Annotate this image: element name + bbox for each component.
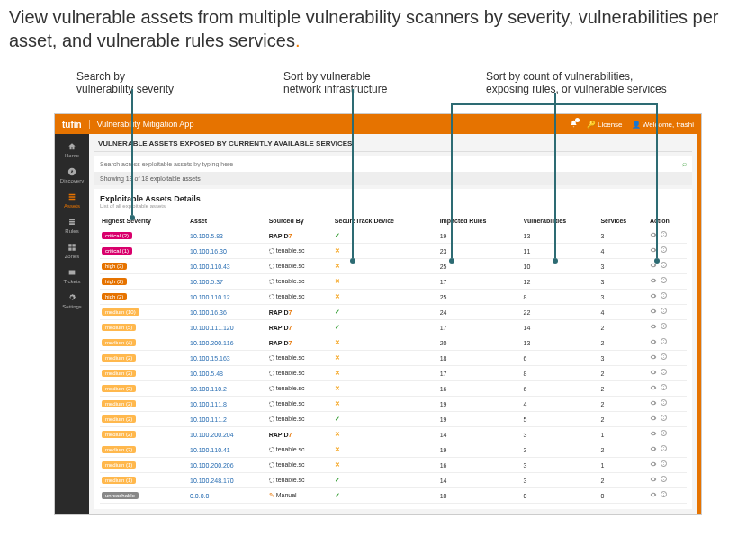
asset-link[interactable]: 10.100.111.120 <box>190 325 234 331</box>
services-value: 4 <box>598 244 648 259</box>
action-icon[interactable]: ⋮ <box>661 292 667 299</box>
table-row: medium (2)10.100.110.2tenable.sc✕1662⋮ <box>100 381 687 397</box>
col-rules[interactable]: Impacted Rules <box>438 214 522 228</box>
view-icon[interactable] <box>650 246 657 255</box>
asset-link[interactable]: 10.100.200.204 <box>190 432 234 438</box>
search-input[interactable] <box>100 161 679 167</box>
asset-link[interactable]: 10.100.110.2 <box>190 386 227 392</box>
asset-link[interactable]: 10.100.5.48 <box>190 371 223 377</box>
table-row: medium (5)10.100.111.120RAPID7✓17142⋮ <box>100 320 687 335</box>
topbar: tufin Vulnerability Mitigation App 🔑 Lic… <box>55 114 701 134</box>
action-icon[interactable]: ⋮ <box>661 369 667 375</box>
action-icon[interactable]: ⋮ <box>661 246 667 253</box>
col-services[interactable]: Services <box>598 214 648 228</box>
impacted-rules-value: 25 <box>438 290 522 305</box>
source-manual: ✎Manual <box>269 492 297 498</box>
sidebar-item-discovery[interactable]: Discovery <box>55 163 89 188</box>
asset-link[interactable]: 10.100.16.36 <box>190 309 227 316</box>
action-icon[interactable]: ⋮ <box>661 231 667 237</box>
view-icon[interactable] <box>650 262 657 271</box>
device-check-icon: ✓ <box>335 308 340 315</box>
col-source[interactable]: Sourced By <box>267 214 333 228</box>
asset-link[interactable]: 10.100.248.170 <box>190 478 234 484</box>
welcome-user[interactable]: 👤 Welcome, trashi <box>632 121 694 129</box>
col-vulns[interactable]: Vulnerabilities <box>522 214 599 228</box>
action-icon[interactable]: ⋮ <box>661 460 667 467</box>
view-icon[interactable] <box>650 445 657 454</box>
action-icon[interactable]: ⋮ <box>661 308 667 314</box>
view-icon[interactable] <box>650 323 657 332</box>
action-icon[interactable]: ⋮ <box>661 353 667 360</box>
license-link[interactable]: 🔑 License <box>587 121 623 129</box>
search-icon[interactable]: ⌕ <box>682 159 687 168</box>
notifications-icon[interactable] <box>570 120 578 130</box>
asset-link[interactable]: 10.100.200.206 <box>190 462 234 469</box>
view-icon[interactable] <box>650 369 657 378</box>
vulnerabilities-value: 3 <box>522 427 599 442</box>
view-icon[interactable] <box>650 491 657 500</box>
impacted-rules-value: 23 <box>438 244 522 259</box>
sidebar-item-assets[interactable]: Assets <box>55 188 89 213</box>
view-icon[interactable] <box>650 292 657 301</box>
sidebar-item-zones[interactable]: Zones <box>55 238 89 264</box>
view-icon[interactable] <box>650 430 657 439</box>
severity-badge: high (2) <box>102 278 127 285</box>
action-icon[interactable]: ⋮ <box>661 277 667 283</box>
action-icon[interactable]: ⋮ <box>661 430 667 436</box>
view-icon[interactable] <box>650 415 657 424</box>
asset-link[interactable]: 10.100.200.116 <box>190 340 234 346</box>
action-icon[interactable]: ⋮ <box>661 415 667 421</box>
page-headline: View vulnerable assets from multiple vul… <box>0 0 756 52</box>
source-tenable: tenable.sc <box>269 461 305 468</box>
device-check-icon: ✓ <box>335 477 340 483</box>
table-row: medium (2)10.100.15.163tenable.sc✕1863⋮ <box>100 351 687 366</box>
table-row: critical (1)10.100.16.30tenable.sc✕23114… <box>100 244 687 259</box>
action-icon[interactable]: ⋮ <box>661 491 667 497</box>
asset-link[interactable]: 10.100.110.12 <box>190 294 230 300</box>
source-tenable: tenable.sc <box>269 446 305 452</box>
view-icon[interactable] <box>650 399 657 408</box>
asset-link[interactable]: 10.100.15.163 <box>190 355 230 362</box>
services-value: 3 <box>598 351 648 366</box>
sidebar-item-home[interactable]: Home <box>55 138 89 163</box>
asset-link[interactable]: 10.100.110.41 <box>190 447 230 453</box>
source-tenable: tenable.sc <box>269 400 305 407</box>
sidebar-item-tickets[interactable]: Tickets <box>55 264 89 289</box>
asset-link[interactable]: 10.100.111.8 <box>190 401 227 407</box>
asset-link[interactable]: 10.100.16.30 <box>190 248 227 255</box>
action-icon[interactable]: ⋮ <box>661 384 667 390</box>
sidebar-item-rules[interactable]: Rules <box>55 213 89 238</box>
view-icon[interactable] <box>650 338 657 347</box>
action-icon[interactable]: ⋮ <box>661 262 667 268</box>
view-icon[interactable] <box>650 460 657 469</box>
col-device[interactable]: SecureTrack Device <box>333 214 438 228</box>
asset-link[interactable]: 10.100.110.43 <box>190 264 230 270</box>
severity-badge: medium (2) <box>102 354 136 362</box>
asset-link[interactable]: 0.0.0.0 <box>190 493 209 499</box>
table-row: medium (1)10.100.248.170tenable.sc✓1432⋮ <box>100 473 687 488</box>
action-icon[interactable]: ⋮ <box>661 338 667 344</box>
action-icon[interactable]: ⋮ <box>661 476 667 482</box>
device-x-icon: ✕ <box>335 339 340 345</box>
asset-link[interactable]: 10.100.5.37 <box>190 279 223 285</box>
view-icon[interactable] <box>650 384 657 393</box>
col-asset[interactable]: Asset <box>188 214 267 228</box>
asset-link[interactable]: 10.100.5.83 <box>190 233 223 239</box>
action-icon[interactable]: ⋮ <box>661 445 667 451</box>
view-icon[interactable] <box>650 231 657 240</box>
annotation-infrastructure: Sort by vulnerable network infrastructur… <box>284 70 410 95</box>
view-icon[interactable] <box>650 476 657 485</box>
impacted-rules-value: 17 <box>438 320 522 335</box>
view-icon[interactable] <box>650 308 657 317</box>
severity-badge: medium (2) <box>102 415 136 423</box>
sidebar-item-settings[interactable]: Settings <box>55 289 89 314</box>
view-icon[interactable] <box>650 353 657 362</box>
device-x-icon: ✕ <box>335 293 340 299</box>
col-severity[interactable]: Highest Severity <box>100 214 188 228</box>
action-icon[interactable]: ⋮ <box>661 399 667 406</box>
search-row: ⌕ <box>94 156 692 172</box>
services-value: 0 <box>598 488 648 504</box>
view-icon[interactable] <box>650 277 657 286</box>
asset-link[interactable]: 10.100.111.2 <box>190 416 227 423</box>
action-icon[interactable]: ⋮ <box>661 323 667 329</box>
